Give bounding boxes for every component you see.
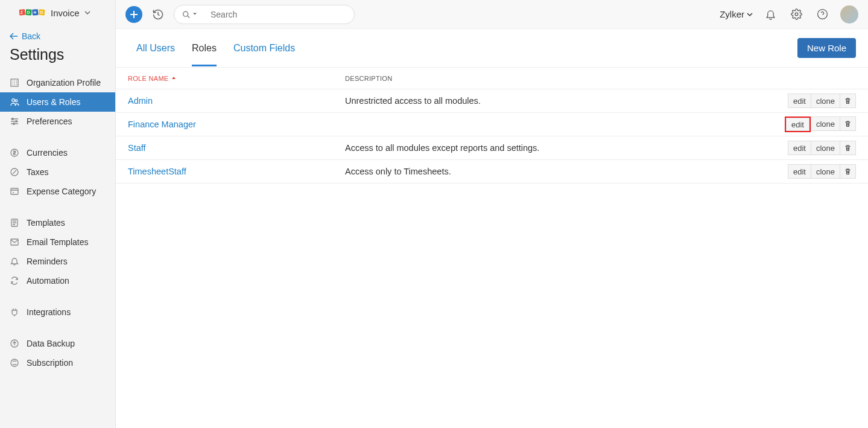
svg-point-20 [11,359,18,366]
org-switcher[interactable]: Zylker [720,9,753,19]
recent-activity-button[interactable] [152,8,164,21]
role-description: Access to all modules except reports and… [345,143,759,153]
svg-point-12 [16,121,17,123]
role-link[interactable]: Staff [128,143,146,153]
svg-point-21 [183,11,188,16]
automation-icon [10,276,19,286]
svg-point-9 [12,99,15,102]
role-link[interactable]: Admin [128,96,153,106]
sidebar-item-reminders[interactable]: Reminders [0,252,115,271]
bell-icon [10,257,19,266]
edit-button[interactable]: edit [786,118,809,131]
integration-icon [10,307,19,317]
clone-button[interactable]: clone [811,141,840,155]
clone-button[interactable]: clone [811,164,840,179]
svg-text:O: O [40,10,43,14]
trash-icon [844,144,852,152]
edit-button[interactable]: edit [788,141,811,155]
row-actions: editclone [785,117,856,132]
subscription-icon [10,358,19,368]
tab-all-users[interactable]: All Users [128,31,183,66]
tabs-row: All Users Roles Custom Fields New Role [116,29,868,68]
sidebar-item-data-backup[interactable]: Data Backup [0,334,115,353]
quick-create-button[interactable] [125,6,142,23]
sidebar-item-subscription[interactable]: Subscription [0,353,115,372]
delete-button[interactable] [840,164,856,179]
sidebar-item-expense-category[interactable]: Expense Category [0,182,115,201]
sidebar-item-label: Organization Profile [27,78,101,88]
avatar[interactable] [840,5,858,24]
sidebar-item-label: Templates [27,218,65,228]
tax-icon [10,167,19,177]
trash-icon [844,97,852,105]
new-role-button[interactable]: New Role [797,38,856,58]
column-header-name-label: ROLE NAME [128,75,169,82]
table-row: Finance Managereditclone [116,113,868,136]
building-icon [10,78,19,88]
sidebar-item-automation[interactable]: Automation [0,271,115,290]
sidebar-item-integrations[interactable]: Integrations [0,302,115,322]
clone-button[interactable]: clone [811,117,840,131]
row-actions: editclone [788,141,856,155]
edit-button[interactable]: edit [788,94,811,108]
currency-icon [10,148,19,158]
role-link[interactable]: Finance Manager [128,120,196,129]
column-header-desc[interactable]: DESCRIPTION [345,75,759,82]
sidebar-item-label: Expense Category [27,187,96,196]
topbar: Zylker [116,0,868,29]
delete-button[interactable] [840,141,856,155]
users-icon [10,97,19,107]
table-header: ROLE NAME DESCRIPTION [116,68,868,89]
product-name: Invoice [51,8,80,18]
template-icon [10,218,19,228]
search-scope[interactable] [182,10,197,18]
page-title: Settings [0,41,115,73]
svg-point-11 [12,118,14,120]
brand-logo-row[interactable]: Z O H O Invoice [0,0,115,25]
svg-text:H: H [33,10,36,14]
sidebar-item-currencies[interactable]: Currencies [0,143,115,162]
sidebar-item-templates[interactable]: Templates [0,213,115,232]
tab-roles[interactable]: Roles [183,31,225,66]
sidebar-item-label: Currencies [27,148,68,158]
search-input[interactable] [174,5,355,24]
back-link[interactable]: Back [0,25,115,41]
sidebar-item-organization-profile[interactable]: Organization Profile [0,73,115,92]
delete-button[interactable] [840,94,856,108]
edit-button[interactable]: edit [788,164,811,179]
sidebar-item-label: Reminders [27,257,68,266]
role-description: Access only to Timesheets. [345,167,759,176]
sidebar-item-label: Integrations [27,307,71,317]
chevron-down-icon [84,10,90,16]
settings-button[interactable] [788,6,805,22]
tab-custom-fields[interactable]: Custom Fields [225,31,303,66]
role-link[interactable]: TimesheetStaff [128,167,186,176]
clone-button[interactable]: clone [811,94,840,108]
sliders-icon [10,117,19,126]
svg-point-22 [795,13,798,16]
sidebar-item-taxes[interactable]: Taxes [0,162,115,182]
arrow-left-icon [10,33,18,40]
svg-text:Z: Z [21,10,23,14]
delete-button[interactable] [840,117,856,131]
main-content: Zylker All Users Roles Custom Fields New… [116,0,868,428]
row-actions: editclone [788,94,856,108]
backup-icon [10,339,19,348]
help-button[interactable] [814,6,831,22]
column-header-name[interactable]: ROLE NAME [128,75,345,82]
caret-down-icon [192,12,197,17]
table-row: StaffAccess to all modules except report… [116,136,868,160]
svg-point-23 [818,10,828,19]
back-label: Back [22,31,40,41]
search-wrap [174,5,355,24]
sidebar-item-label: Users & Roles [27,97,80,107]
svg-text:O: O [27,10,30,14]
svg-point-10 [15,100,17,102]
notifications-button[interactable] [762,6,779,22]
sidebar-item-email-templates[interactable]: Email Templates [0,232,115,252]
highlighted-edit: edit [785,117,811,132]
sidebar-item-users-roles[interactable]: Users & Roles [0,92,115,112]
sidebar-item-preferences[interactable]: Preferences [0,112,115,131]
roles-table: ROLE NAME DESCRIPTION AdminUnrestricted … [116,68,868,184]
table-row: AdminUnrestricted access to all modules.… [116,89,868,113]
